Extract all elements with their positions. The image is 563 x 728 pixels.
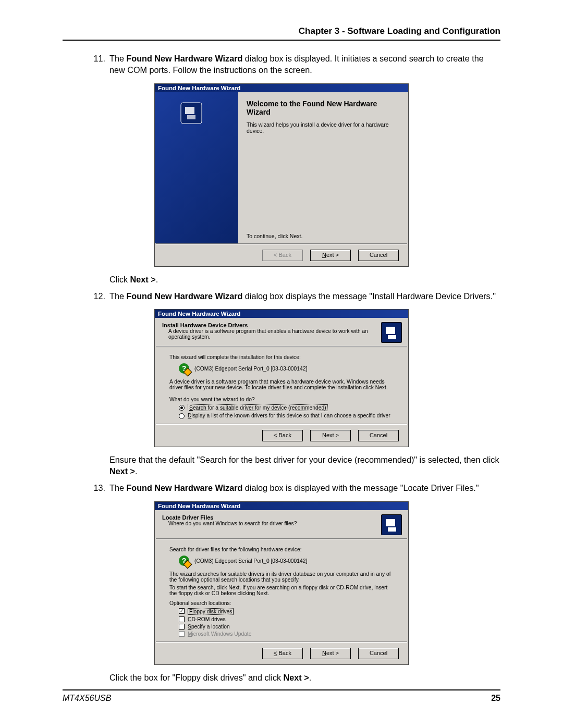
radio-icon [179, 413, 185, 419]
wizard-dialog-welcome: Found New Hardware Wizard Welcome to the… [154, 83, 409, 267]
locate-intro: Search for driver files for the followin… [169, 547, 394, 552]
step-12: 12. The Found New Hardware Wizard dialog… [91, 291, 500, 304]
chapter-header: Chapter 3 - Software Loading and Configu… [63, 26, 500, 41]
locate-para2: To start the search, click Next. If you … [169, 585, 394, 596]
wizard-dialog-locate-files: Found New Hardware Wizard Locate Driver … [154, 501, 409, 665]
step-13: 13. The Found New Hardware Wizard dialog… [91, 483, 500, 496]
question-icon: ? [179, 363, 189, 374]
radio-icon [179, 405, 185, 411]
dialog-titlebar: Found New Hardware Wizard [155, 502, 408, 510]
checkbox-cdrom[interactable]: CD-ROM drives [179, 616, 394, 622]
step-13-after: Click the box for "Floppy disk drives" a… [91, 672, 500, 686]
svg-rect-3 [386, 327, 395, 334]
checkbox-floppy[interactable]: ✓ Floppy disk drives [179, 608, 394, 615]
dialog-subdesc: Where do you want Windows to search for … [162, 521, 381, 526]
wizard-question: What do you want the wizard to do? [169, 397, 394, 402]
step-12-after: Ensure that the default "Search for the … [91, 454, 500, 479]
wizard-heading: Welcome to the Found New Hardware Wizard [247, 100, 400, 116]
checkbox-icon [179, 616, 185, 622]
install-paragraph: A device driver is a software program th… [169, 379, 394, 390]
continue-hint: To continue, click Next. [247, 233, 302, 239]
product-name: MT4X56USB [63, 694, 111, 703]
radio-search-driver[interactable]: Search for a suitable driver for my devi… [179, 404, 394, 411]
wizard-dialog-install-drivers: Found New Hardware Wizard Install Hardwa… [154, 309, 409, 447]
cancel-button[interactable]: Cancel [358, 250, 399, 261]
radio-label: Search for a suitable driver for my devi… [188, 404, 328, 411]
step-number: 13. [91, 483, 109, 496]
dialog-subtitle: Locate Driver Files [162, 514, 381, 521]
checkbox-label: Specify a location [188, 624, 230, 630]
svg-rect-5 [386, 519, 395, 526]
question-icon: ? [179, 556, 189, 566]
dialog-subdesc: A device driver is a software program th… [162, 328, 381, 340]
checkbox-icon [179, 624, 185, 630]
dialog-titlebar: Found New Hardware Wizard [155, 84, 408, 92]
device-name: (COM3) Edgeport Serial Port_0 [03-03-000… [194, 558, 307, 564]
checkbox-windows-update: Microsoft Windows Update [179, 631, 394, 637]
svg-rect-6 [388, 527, 396, 532]
step-text: The Found New Hardware Wizard dialog box… [109, 53, 500, 76]
dialog-titlebar: Found New Hardware Wizard [155, 310, 408, 318]
svg-rect-1 [185, 107, 194, 114]
wizard-sidebar-graphic [155, 92, 238, 243]
checkbox-label: Microsoft Windows Update [188, 631, 251, 637]
dialog-subtitle: Install Hardware Device Drivers [162, 322, 381, 328]
radio-display-list[interactable]: Display a list of the known drivers for … [179, 413, 394, 419]
install-intro: This wizard will complete the installati… [169, 354, 394, 360]
hardware-icon [381, 514, 402, 535]
radio-label: Display a list of the known drivers for … [188, 413, 390, 418]
next-button[interactable]: Next > [310, 430, 351, 441]
checkbox-specify-location[interactable]: Specify a location [179, 624, 394, 630]
page-footer: MT4X56USB 25 [63, 689, 500, 703]
next-button[interactable]: Next > [310, 648, 351, 659]
page-number: 25 [491, 694, 500, 703]
cancel-button[interactable]: Cancel [358, 430, 399, 441]
optional-locations-label: Optional search locations: [169, 600, 394, 606]
step-number: 11. [91, 53, 109, 78]
checkbox-icon [179, 631, 185, 637]
back-button: < Back [262, 250, 303, 261]
next-button[interactable]: Next > [310, 250, 351, 261]
step-11-after: Click Next >. [91, 274, 500, 288]
step-number: 12. [91, 291, 109, 304]
cancel-button[interactable]: Cancel [358, 648, 399, 659]
locate-para1: The wizard searches for suitable drivers… [169, 571, 394, 583]
checkbox-label: CD-ROM drives [188, 616, 226, 622]
hardware-icon [381, 322, 402, 343]
device-name: (COM3) Edgeport Serial Port_0 [03-03-000… [194, 366, 307, 372]
back-button[interactable]: < Back [262, 648, 303, 659]
back-button[interactable]: < Back [262, 430, 303, 441]
hardware-icon [180, 102, 203, 125]
wizard-description: This wizard helps you install a device d… [247, 121, 400, 134]
checkbox-icon: ✓ [179, 608, 185, 614]
checkbox-label: Floppy disk drives [188, 608, 234, 615]
svg-rect-2 [187, 115, 195, 119]
svg-rect-4 [388, 335, 396, 339]
step-11: 11. The Found New Hardware Wizard dialog… [91, 53, 500, 78]
